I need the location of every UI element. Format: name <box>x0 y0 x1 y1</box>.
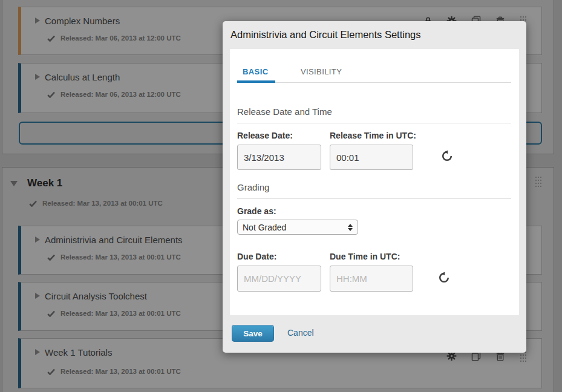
course-outline-page: Complex Numbers Released: Mar 06, 2013 a… <box>0 0 562 392</box>
select-spinner-icon <box>348 224 353 231</box>
due-time-label: Due Time in UTC: <box>330 252 400 261</box>
cancel-button[interactable]: Cancel <box>287 328 314 338</box>
reset-due-date-button[interactable] <box>437 272 451 285</box>
reset-release-date-button[interactable] <box>440 150 454 163</box>
grade-as-select[interactable]: Not Graded <box>237 220 358 235</box>
grade-as-value: Not Graded <box>243 223 348 232</box>
modal-body: BASIC VISIBILITY Release Date and Time R… <box>230 49 519 315</box>
due-time-input[interactable] <box>330 266 413 292</box>
modal-title: Administrivia and Circuit Elements Setti… <box>230 29 421 41</box>
release-section-heading: Release Date and Time <box>237 106 511 123</box>
tab-visibility[interactable]: VISIBILITY <box>295 67 349 80</box>
due-date-label: Due Date: <box>237 252 276 261</box>
grading-section-heading: Grading <box>237 182 511 199</box>
reset-icon <box>441 150 453 162</box>
release-time-input[interactable] <box>330 145 413 170</box>
grade-as-label: Grade as: <box>237 206 276 216</box>
save-button[interactable]: Save <box>232 325 274 342</box>
release-time-label: Release Time in UTC: <box>330 131 416 140</box>
due-date-input[interactable] <box>237 266 321 292</box>
tab-basic[interactable]: BASIC <box>237 67 275 83</box>
reset-icon <box>438 272 450 284</box>
subsection-settings-modal: Administrivia and Circuit Elements Setti… <box>223 21 526 353</box>
modal-tabs: BASIC VISIBILITY <box>237 66 511 83</box>
release-date-input[interactable] <box>237 145 321 170</box>
release-date-label: Release Date: <box>237 131 293 140</box>
